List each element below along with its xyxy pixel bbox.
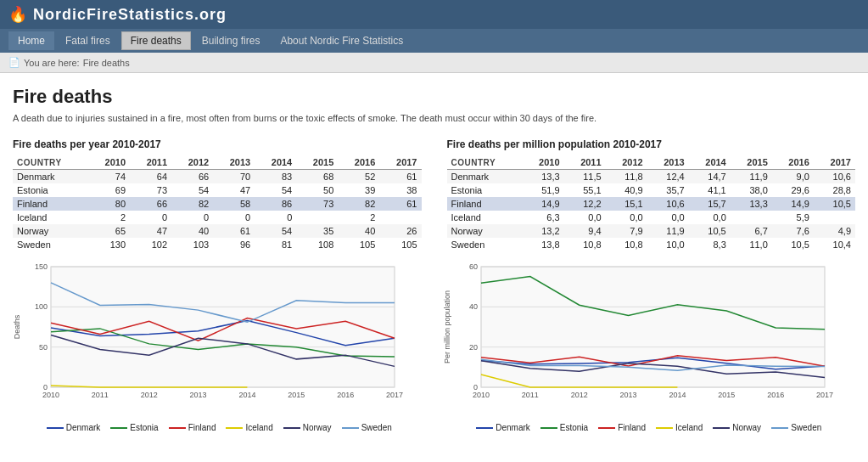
table2-col-2012: 2012 <box>606 155 647 170</box>
svg-text:2014: 2014 <box>238 391 255 399</box>
main-content: Fire deaths A death due to injuries sust… <box>0 73 868 462</box>
svg-text:60: 60 <box>468 262 477 271</box>
table1-section: Fire deaths per year 2010-2017 COUNTRY 2… <box>13 138 422 251</box>
legend-color-line <box>342 427 359 429</box>
table-cell-value: 68 <box>296 170 338 184</box>
table-cell-country: Estonia <box>447 183 523 197</box>
table-cell-value: 0 <box>213 211 255 224</box>
svg-text:150: 150 <box>35 262 48 271</box>
table-cell-country: Sweden <box>447 238 523 251</box>
table-cell-value: 41,1 <box>689 183 731 197</box>
table-cell-value: 103 <box>171 238 213 251</box>
table-cell-value: 11,8 <box>606 170 647 184</box>
legend-color-line <box>47 427 64 429</box>
nav-building-fires[interactable]: Building fires <box>193 31 270 50</box>
table1-col-2014: 2014 <box>255 155 296 170</box>
nav-fire-deaths[interactable]: Fire deaths <box>121 31 191 50</box>
svg-text:2013: 2013 <box>190 391 207 399</box>
table1-col-2017: 2017 <box>379 155 421 170</box>
table-cell-value: 58 <box>213 197 255 211</box>
table1-col-2011: 2011 <box>130 155 171 170</box>
table-cell-value: 7,9 <box>606 224 647 238</box>
legend-label: Sweden <box>791 423 821 432</box>
svg-text:2014: 2014 <box>669 391 686 399</box>
table-cell-country: Denmark <box>447 170 523 184</box>
svg-text:2012: 2012 <box>570 391 587 399</box>
table-cell-value: 10,6 <box>814 170 855 184</box>
table-cell-value <box>814 211 855 224</box>
nav-home[interactable]: Home <box>8 31 54 50</box>
table-cell-value: 61 <box>379 170 421 184</box>
svg-text:2015: 2015 <box>718 391 735 399</box>
legend-item: Finland <box>598 423 646 432</box>
table-cell-value: 5,9 <box>772 211 814 224</box>
chart2: 0204060Per million population20102011201… <box>443 260 833 417</box>
legend-item: Estonia <box>540 423 588 432</box>
svg-text:2017: 2017 <box>815 391 832 399</box>
legend-item: Iceland <box>656 423 703 432</box>
table-cell-value: 105 <box>338 238 379 251</box>
chart1-container: 050100150Deaths2010201120122013201420152… <box>13 260 426 432</box>
table2-col-country: COUNTRY <box>447 155 523 170</box>
table-cell-value: 10,8 <box>606 238 647 251</box>
table-cell-value: 66 <box>171 170 213 184</box>
table-cell-value: 73 <box>130 183 171 197</box>
table-cell-value: 15,7 <box>689 197 731 211</box>
table-cell-value: 11,0 <box>731 238 772 251</box>
table-cell-value: 82 <box>338 197 379 211</box>
table2-col-2015: 2015 <box>731 155 772 170</box>
svg-text:2015: 2015 <box>288 391 305 399</box>
table-cell-value: 10,6 <box>647 197 689 211</box>
table-cell-value: 11,9 <box>647 224 689 238</box>
legend-color-line <box>771 427 788 429</box>
table-cell-value: 0,0 <box>647 211 689 224</box>
table2-col-2013: 2013 <box>647 155 689 170</box>
table-cell-value: 15,1 <box>606 197 647 211</box>
table-cell-country: Finland <box>13 197 88 211</box>
table-cell-value: 7,6 <box>772 224 814 238</box>
table-cell-value: 13,8 <box>523 238 564 251</box>
page-subtitle: A death due to injuries sustained in a f… <box>13 113 855 123</box>
legend-color-line <box>598 427 615 429</box>
table2-title: Fire deaths per million population 2010-… <box>447 138 856 150</box>
table-cell-value: 10,4 <box>814 238 855 251</box>
legend-color-line <box>540 427 557 429</box>
table-cell-value: 14,9 <box>523 197 564 211</box>
table-cell-value: 39 <box>338 183 379 197</box>
table-cell-value: 13,2 <box>523 224 564 238</box>
table-cell-country: Finland <box>447 197 523 211</box>
table-cell-value: 69 <box>88 183 130 197</box>
table-cell-value: 86 <box>255 197 296 211</box>
table-cell-value: 96 <box>213 238 255 251</box>
table-cell-value: 0,0 <box>689 211 731 224</box>
table-cell-value: 70 <box>213 170 255 184</box>
table-cell-country: Estonia <box>13 183 88 197</box>
legend-color-line <box>169 427 186 429</box>
table-cell-value: 11,5 <box>564 170 606 184</box>
legend-color-line <box>110 427 127 429</box>
table-cell-value: 10,5 <box>772 238 814 251</box>
nav-about[interactable]: About Nordic Fire Statistics <box>271 31 412 50</box>
table-cell-value <box>379 211 421 224</box>
legend-color-line <box>656 427 673 429</box>
legend-label: Denmark <box>66 423 101 432</box>
table2-col-2010: 2010 <box>523 155 564 170</box>
table-cell-value: 80 <box>88 197 130 211</box>
svg-text:100: 100 <box>35 302 48 311</box>
navigation: Home Fatal fires Fire deaths Building fi… <box>0 29 868 53</box>
chart1-legend: DenmarkEstoniaFinlandIcelandNorwaySweden <box>13 423 426 432</box>
table-cell-value: 9,4 <box>564 224 606 238</box>
table1-col-2012: 2012 <box>171 155 213 170</box>
table-cell-value: 81 <box>255 238 296 251</box>
table-cell-value: 40,9 <box>606 183 647 197</box>
table-cell-country: Sweden <box>13 238 88 251</box>
table-cell-value: 10,5 <box>814 197 855 211</box>
nav-fatal-fires[interactable]: Fatal fires <box>56 31 120 50</box>
legend-item: Finland <box>169 423 216 432</box>
legend-label: Sweden <box>361 423 392 432</box>
table-cell-value: 0 <box>255 211 296 224</box>
legend-color-line <box>226 427 243 429</box>
table-cell-value: 40 <box>338 224 379 238</box>
svg-text:2010: 2010 <box>472 391 489 399</box>
table-cell-value: 14,9 <box>772 197 814 211</box>
